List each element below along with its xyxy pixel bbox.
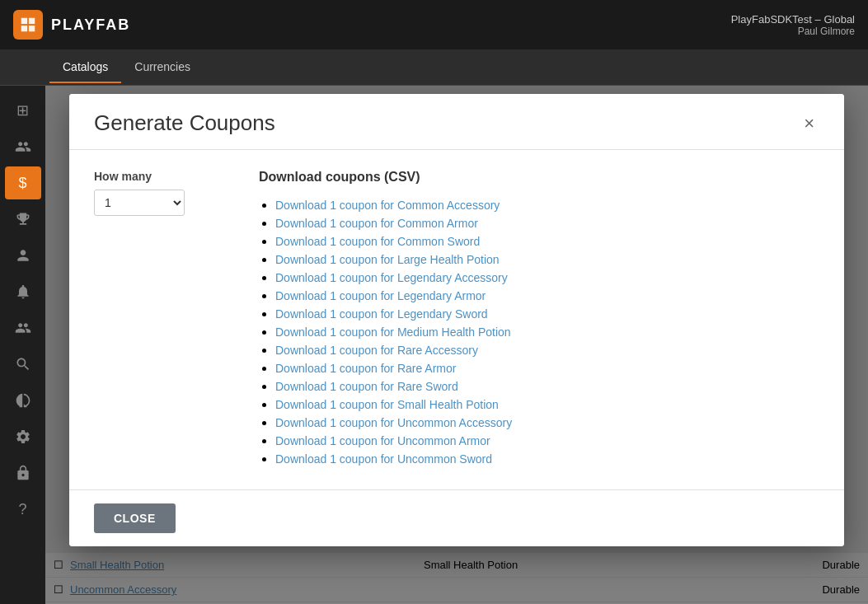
sidebar-item-players[interactable] (5, 130, 41, 163)
nav-tabs-bar: Catalogs Currencies (0, 49, 868, 86)
coupon-link-5[interactable]: Download 1 coupon for Legendary Armor (275, 289, 486, 302)
playfab-logo-icon (13, 10, 43, 40)
sidebar-item-automation[interactable] (5, 384, 41, 417)
coupon-link-7[interactable]: Download 1 coupon for Medium Health Poti… (275, 325, 511, 339)
top-bar: PLAYFAB PlayFabSDKTest – Global Paul Gil… (0, 0, 868, 49)
coupon-list: Download 1 coupon for Common AccessoryDo… (259, 198, 819, 466)
coupon-link-3[interactable]: Download 1 coupon for Large Health Potio… (275, 253, 500, 266)
sidebar-item-settings[interactable] (5, 420, 41, 453)
how-many-label: How many (94, 170, 226, 183)
tab-catalogs[interactable]: Catalogs (49, 52, 121, 83)
modal-footer: CLOSE (69, 489, 844, 546)
generate-coupons-modal: Generate Coupons × How many 1 2 3 4 5 10… (69, 94, 844, 546)
quantity-select[interactable]: 1 2 3 4 5 10 25 50 100 (94, 190, 185, 216)
sidebar-item-lock[interactable] (5, 457, 41, 489)
app-name: PlayFabSDKTest – Global (731, 13, 855, 26)
modal-title: Generate Coupons (94, 110, 275, 136)
modal-close-x-button[interactable]: × (799, 113, 819, 134)
download-section-title: Download coupons (CSV) (259, 170, 819, 185)
sidebar: ⊞ $ ? (0, 86, 45, 604)
user-name: Paul Gilmore (731, 26, 855, 37)
sidebar-item-economy[interactable]: $ (5, 166, 41, 199)
left-panel: How many 1 2 3 4 5 10 25 50 100 (94, 170, 226, 470)
sidebar-item-dashboard[interactable]: ⊞ (5, 94, 41, 127)
coupon-link-0[interactable]: Download 1 coupon for Common Accessory (275, 199, 500, 212)
sidebar-item-help[interactable]: ? (5, 493, 41, 526)
main-content: Generate Coupons × How many 1 2 3 4 5 10… (45, 86, 868, 604)
sidebar-item-groups[interactable] (5, 239, 41, 272)
logo-text: PLAYFAB (51, 16, 130, 34)
sidebar-item-multiplayer[interactable] (5, 311, 41, 344)
tab-currencies[interactable]: Currencies (121, 52, 204, 83)
modal-overlay: Generate Coupons × How many 1 2 3 4 5 10… (45, 86, 868, 604)
sidebar-item-analytics[interactable] (5, 348, 41, 381)
coupon-link-4[interactable]: Download 1 coupon for Legendary Accessor… (275, 271, 508, 284)
coupon-link-14[interactable]: Download 1 coupon for Uncommon Sword (275, 452, 492, 466)
sidebar-item-leaderboards[interactable] (5, 203, 41, 236)
user-info: PlayFabSDKTest – Global Paul Gilmore (731, 13, 855, 37)
modal-body: How many 1 2 3 4 5 10 25 50 100 (69, 150, 844, 489)
coupon-link-8[interactable]: Download 1 coupon for Rare Accessory (275, 344, 478, 357)
coupon-link-2[interactable]: Download 1 coupon for Common Sword (275, 235, 480, 248)
coupon-link-12[interactable]: Download 1 coupon for Uncommon Accessory (275, 416, 512, 429)
coupon-link-9[interactable]: Download 1 coupon for Rare Armor (275, 362, 456, 375)
coupon-link-6[interactable]: Download 1 coupon for Legendary Sword (275, 307, 488, 321)
logo-svg (19, 16, 37, 34)
coupon-link-1[interactable]: Download 1 coupon for Common Armor (275, 217, 478, 230)
right-panel: Download coupons (CSV) Download 1 coupon… (259, 170, 819, 470)
sidebar-item-push[interactable] (5, 275, 41, 308)
coupon-link-11[interactable]: Download 1 coupon for Small Health Potio… (275, 398, 499, 411)
logo-area: PLAYFAB (13, 10, 130, 40)
modal-header: Generate Coupons × (69, 94, 844, 150)
coupon-link-10[interactable]: Download 1 coupon for Rare Sword (275, 380, 458, 393)
coupon-link-13[interactable]: Download 1 coupon for Uncommon Armor (275, 434, 490, 447)
close-button[interactable]: CLOSE (94, 503, 176, 533)
